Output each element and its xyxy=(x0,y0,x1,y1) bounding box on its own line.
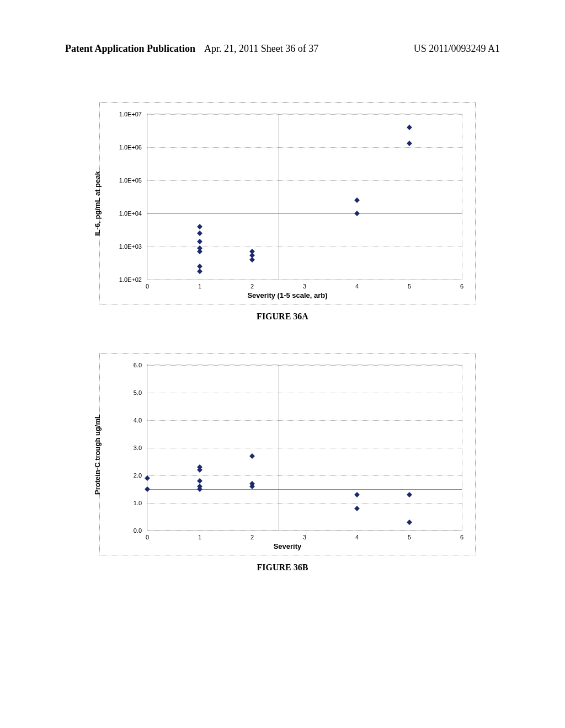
gridline-h xyxy=(147,393,462,393)
gridline-h xyxy=(147,365,462,366)
data-point xyxy=(354,492,360,497)
figure-36b-caption: FIGURE 36B xyxy=(257,563,308,572)
x-tick-label: 6 xyxy=(460,534,463,540)
y-tick-label: 1.0E+07 xyxy=(109,111,142,117)
chart-a-plot-area: 1.0E+021.0E+031.0E+041.0E+051.0E+061.0E+… xyxy=(147,114,462,280)
data-point xyxy=(354,506,360,511)
gridline-h xyxy=(147,531,462,531)
data-point xyxy=(407,492,412,497)
data-point xyxy=(354,211,360,216)
data-point xyxy=(407,125,412,130)
x-tick-label: 2 xyxy=(250,283,254,290)
x-tick-label: 0 xyxy=(146,534,149,540)
data-point xyxy=(197,224,202,229)
y-tick-label: 1.0E+05 xyxy=(109,177,142,184)
data-point xyxy=(197,249,202,254)
data-point xyxy=(197,231,202,236)
y-tick-label: 1.0 xyxy=(122,500,142,506)
chart-b-xlabel: Severity xyxy=(274,542,302,550)
x-tick-label: 5 xyxy=(408,283,411,290)
chart-a-ylabel: IL-6, pg/mL at peak xyxy=(93,171,102,236)
gridline-h xyxy=(147,475,462,476)
gridline-h xyxy=(147,448,462,448)
x-tick-label: 4 xyxy=(355,283,359,290)
y-tick-label: 6.0 xyxy=(122,362,142,368)
reference-line-h xyxy=(147,213,462,214)
gridline-h xyxy=(147,147,462,148)
data-point xyxy=(145,486,150,492)
figure-36b-chart: Protein-C trough ug/mL 0.01.02.03.04.05.… xyxy=(99,353,476,555)
gridline-h xyxy=(147,180,462,181)
data-point xyxy=(197,239,202,244)
reference-line-v xyxy=(279,114,279,280)
y-tick-label: 4.0 xyxy=(122,417,142,424)
data-point xyxy=(249,484,255,489)
data-point xyxy=(407,520,412,525)
gridline-h xyxy=(147,247,462,247)
data-point xyxy=(197,486,202,492)
data-point xyxy=(197,478,202,484)
data-point xyxy=(407,141,412,146)
y-tick-label: 1.0E+04 xyxy=(109,210,142,217)
x-tick-label: 0 xyxy=(146,283,149,290)
data-point xyxy=(197,269,202,274)
reference-line-h xyxy=(147,489,462,490)
data-point xyxy=(145,475,150,481)
header-publication-number: US 2011/0093249 A1 xyxy=(414,43,500,55)
gridline-h xyxy=(147,503,462,504)
reference-line-v xyxy=(279,365,279,531)
x-tick-label: 3 xyxy=(303,283,306,290)
y-tick-label: 5.0 xyxy=(122,389,142,396)
y-tick-label: 1.0E+03 xyxy=(109,243,142,250)
x-tick-label: 1 xyxy=(198,534,201,540)
y-tick-label: 1.0E+06 xyxy=(109,144,142,151)
y-tick-label: 0.0 xyxy=(122,527,142,534)
header-date-sheet: Apr. 21, 2011 Sheet 36 of 37 xyxy=(204,43,318,55)
gridline-h xyxy=(147,114,462,115)
x-tick-label: 2 xyxy=(250,534,254,540)
x-tick-label: 6 xyxy=(460,283,463,290)
gridline-h xyxy=(147,420,462,421)
y-tick-label: 2.0 xyxy=(122,472,142,479)
data-point xyxy=(354,197,360,203)
data-point xyxy=(249,257,255,263)
y-tick-label: 1.0E+02 xyxy=(109,276,142,283)
figure-36a-caption: FIGURE 36A xyxy=(257,312,308,322)
header-publication-type: Patent Application Publication xyxy=(65,43,195,55)
chart-a-xlabel: Severity (1-5 scale, arb) xyxy=(247,291,327,299)
x-tick-label: 4 xyxy=(355,534,359,540)
x-tick-label: 5 xyxy=(408,534,411,540)
chart-b-ylabel: Protein-C trough ug/mL xyxy=(93,414,102,495)
figure-36a-chart: IL-6, pg/mL at peak 1.0E+021.0E+031.0E+0… xyxy=(99,102,476,304)
chart-b-plot-area: 0.01.02.03.04.05.06.00123456 xyxy=(147,365,462,531)
data-point xyxy=(249,453,255,459)
data-point xyxy=(197,467,202,473)
gridline-h xyxy=(147,280,462,280)
y-tick-label: 3.0 xyxy=(122,445,142,451)
x-tick-label: 1 xyxy=(198,283,201,290)
x-tick-label: 3 xyxy=(303,534,306,540)
